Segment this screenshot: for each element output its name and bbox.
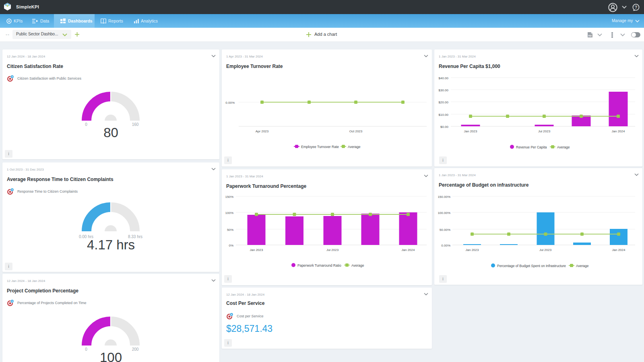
svg-text:Average: Average xyxy=(348,145,361,149)
svg-text:Apr 2023: Apr 2023 xyxy=(256,130,269,133)
svg-text:150%: 150% xyxy=(225,195,233,199)
svg-text:Oct 2023: Oct 2023 xyxy=(349,130,363,133)
svg-text:Jan 2023: Jan 2023 xyxy=(466,248,479,252)
svg-text:Jan 2024: Jan 2024 xyxy=(612,130,625,133)
svg-text:50.00%: 50.00% xyxy=(440,228,450,232)
svg-text:Jan 2024: Jan 2024 xyxy=(612,248,625,252)
svg-text:100%: 100% xyxy=(225,211,233,215)
svg-text:Percentage of Budget Spent on: Percentage of Budget Spent on Infrastruc… xyxy=(497,264,566,268)
svg-text:Average: Average xyxy=(351,263,364,267)
svg-text:150.00%: 150.00% xyxy=(438,195,450,199)
svg-text:Jan 2024: Jan 2024 xyxy=(402,248,415,252)
svg-text:?: ? xyxy=(635,5,637,10)
svg-text:Paperwork Turnaround Ratio: Paperwork Turnaround Ratio xyxy=(297,263,341,267)
svg-text:Revenue Per Capita: Revenue Per Capita xyxy=(516,145,547,149)
svg-text:Jan 2023: Jan 2023 xyxy=(464,130,477,133)
svg-text:50%: 50% xyxy=(227,228,233,232)
svg-text:$0.00: $0.00 xyxy=(440,125,449,129)
svg-text:$40.00: $40.00 xyxy=(439,76,449,80)
svg-text:Average: Average xyxy=(557,145,570,149)
svg-text:Jul 2023: Jul 2023 xyxy=(326,248,339,252)
svg-text:Employee Turnover Rate: Employee Turnover Rate xyxy=(301,145,339,149)
svg-text:$10.00: $10.00 xyxy=(439,113,449,117)
svg-text:0%: 0% xyxy=(229,244,233,247)
svg-text:Average: Average xyxy=(576,264,589,268)
svg-text:0.00%: 0.00% xyxy=(225,101,235,105)
svg-text:Jul 2023: Jul 2023 xyxy=(539,248,552,252)
svg-text:$20.00: $20.00 xyxy=(439,101,449,104)
svg-text:0.00%: 0.00% xyxy=(441,244,450,247)
svg-text:Jul 2023: Jul 2023 xyxy=(538,130,551,133)
svg-text:Jan 2023: Jan 2023 xyxy=(250,248,263,252)
svg-text:$30.00: $30.00 xyxy=(439,88,449,92)
svg-text:100.00%: 100.00% xyxy=(438,211,450,215)
svg-text:PDF: PDF xyxy=(588,35,592,37)
